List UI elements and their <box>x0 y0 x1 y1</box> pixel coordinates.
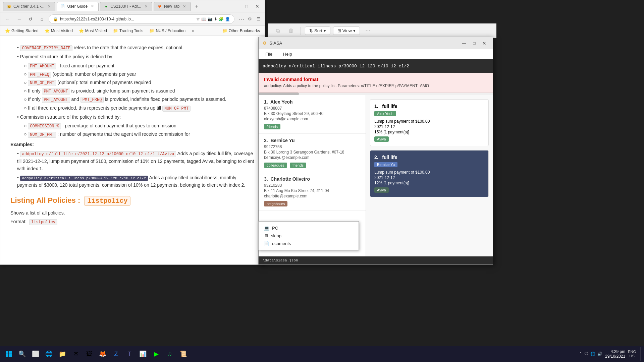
nus-icon: 📁 <box>149 28 154 33</box>
policy-2-index: 2. <box>374 155 381 160</box>
file-explorer-panel: 💻 PC 🖥 sktop 📄 ocuments <box>258 221 359 250</box>
terminal-taskbar-icon[interactable]: ▶ <box>150 348 162 360</box>
mail-taskbar-icon[interactable]: ✉ <box>70 348 82 360</box>
bookmark-nus[interactable]: 📁 NUS / Education <box>147 28 187 34</box>
menu-help[interactable]: Help <box>280 50 295 58</box>
sort-button[interactable]: ⇅ Sort ▾ <box>305 26 330 35</box>
tab-cs2103[interactable]: ● CS2103/T - Adr... ✕ <box>100 2 152 11</box>
tab-newtab-close[interactable]: ✕ <box>182 4 187 9</box>
toolbar-more-icon[interactable]: ⋯ <box>363 25 373 36</box>
examples-label: Examples: <box>10 141 255 148</box>
tab-newtab[interactable]: 🦊 New Tab ✕ <box>154 2 191 11</box>
show-desktop-button[interactable] <box>640 347 641 361</box>
other-bookmarks-icon: 📁 <box>222 28 227 33</box>
contact-bernice-yu[interactable]: 2. Bernice Yu 99272758 Blk 30 Lorong 3 S… <box>259 134 366 172</box>
contact-2-name: Bernice Yu <box>270 138 294 143</box>
tab-cs2103-close[interactable]: ✕ <box>143 4 149 9</box>
policy-2[interactable]: 2. full life Bernice Yu Lump sum payment… <box>370 150 489 197</box>
sync-icon[interactable]: ⬇ <box>214 17 217 21</box>
desktop-label: sktop <box>271 233 281 238</box>
screenshot-icon[interactable]: 📷 <box>208 17 213 21</box>
firefox-taskbar-icon[interactable]: 🦊 <box>97 348 109 360</box>
locale-region: US <box>628 354 636 358</box>
sub-bullet-if-only-1: ○ If only PMT_AMOUNT is provided, single… <box>24 87 255 95</box>
back-button[interactable]: ← <box>3 14 12 24</box>
files-taskbar-icon[interactable]: 📁 <box>56 348 68 360</box>
contact-3-email: charlotte@example.com <box>264 194 360 198</box>
new-tab-button[interactable]: + <box>192 2 202 11</box>
contact-1-tag-friends: friends <box>264 124 280 129</box>
bookmark-most-visited-1[interactable]: ⭐ Most Visited <box>43 28 75 34</box>
siasa-close-button[interactable]: ✕ <box>480 40 489 47</box>
reader-icon[interactable]: 📖 <box>201 17 206 21</box>
bullet-commission: • Commission structure of the policy is … <box>17 113 255 121</box>
chevron-up-icon[interactable]: ⌃ <box>579 352 582 356</box>
taskbar-right: ⌃ 🛡 🌐 🔊 4:29 pm 29/10/2021 ENG US <box>579 347 641 361</box>
contact-charlotte[interactable]: 3. Charlotte Oliveiro 93210283 Blk 11 An… <box>259 172 366 211</box>
policy-1[interactable]: 1. full life Alex Yeoh Lump sum payment … <box>370 99 489 146</box>
view-button[interactable]: ⊞ View ▾ <box>333 26 360 35</box>
file-item-desktop[interactable]: 🖥 sktop <box>259 232 359 240</box>
app9-taskbar-icon[interactable]: 📊 <box>137 348 149 360</box>
locale-text: ENG <box>628 350 636 354</box>
bookmark-star-icon[interactable]: ☆ <box>196 17 200 21</box>
refresh-button[interactable]: ↺ <box>26 14 35 24</box>
scrollbar-thumb[interactable] <box>259 93 299 95</box>
toolbar-delete-icon: 🗑 <box>286 25 297 36</box>
bookmark-other[interactable]: 📁 Other Bookmarks <box>220 28 262 34</box>
policies-panel: 1. full life Alex Yeoh Lump sum payment … <box>366 95 493 256</box>
bookmark-trading-tools[interactable]: 📁 Trading Tools <box>111 28 145 34</box>
network-icon[interactable]: 🌐 <box>590 352 595 356</box>
hamburger-icon[interactable]: ☰ <box>255 16 262 22</box>
close-browser-button[interactable]: ✕ <box>253 2 262 11</box>
tab-catcher[interactable]: 🐱 CATcher 3.4.1 -... ✕ <box>3 2 55 11</box>
address-bar[interactable]: 🔒 https://ay2122s1-cs2103-f10-4.github.i… <box>49 14 234 24</box>
taskbar: 🔍 ⬜ 🌐 📁 ✉ 🖼 🦊 Z T 📊 ▶ ♫ 📜 ⌃ 🛡 🌐 🔊 4:29 p… <box>0 346 644 362</box>
taskbar-left: 🔍 ⬜ 🌐 📁 ✉ 🖼 🦊 Z T 📊 ▶ ♫ 📜 <box>3 348 189 360</box>
text-if-only-1: is provided, single lump sum payment is … <box>71 88 175 94</box>
extensions-toolbar-icon[interactable]: ⚙ <box>247 16 253 22</box>
policy-1-tag: Aviva <box>374 136 389 142</box>
minimize-button[interactable]: — <box>231 2 240 11</box>
forward-button[interactable]: → <box>14 14 24 24</box>
search-taskbar-button[interactable]: 🔍 <box>16 348 28 360</box>
sort-chevron-icon: ▾ <box>324 28 326 33</box>
audio-icon[interactable]: 🔊 <box>597 352 602 356</box>
file-item-pc[interactable]: 💻 PC <box>259 224 359 232</box>
home-button[interactable]: ⌂ <box>37 14 47 24</box>
maximize-button[interactable]: □ <box>242 2 251 11</box>
pc-icon: 💻 <box>264 226 269 231</box>
contact-1-email: alexyeoh@example.com <box>264 117 360 121</box>
more-options-icon[interactable]: ⋯ <box>238 16 245 22</box>
taskbar-clock[interactable]: 4:29 pm 29/10/2021 <box>605 349 625 359</box>
bookmark-getting-started[interactable]: ⭐ Getting Started <box>3 28 41 34</box>
horizontal-scrollbar[interactable] <box>259 93 493 95</box>
policy-2-detail3: 12% [1 payment(s)] <box>374 181 484 185</box>
contact-alex-yeoh[interactable]: 1. Alex Yeoh 87438807 Blk 30 Geylang Str… <box>259 95 366 134</box>
listing-desc: Shows a list of all policies. <box>10 209 255 217</box>
teams-taskbar-icon[interactable]: T <box>123 348 136 360</box>
extensions-icon[interactable]: 🧩 <box>219 17 224 21</box>
script-taskbar-icon[interactable]: 📜 <box>177 348 189 360</box>
bookmark-most-visited-2[interactable]: ⭐ Most Visited <box>77 28 109 34</box>
photos-taskbar-icon[interactable]: 🖼 <box>83 348 95 360</box>
ff-account-icon[interactable]: 👤 <box>225 17 230 21</box>
text-coverage-expiry: refers to the date that the coverage exp… <box>74 45 184 50</box>
zoom-taskbar-icon[interactable]: Z <box>110 348 122 360</box>
siasa-maximize-button[interactable]: □ <box>470 40 479 47</box>
tab-userguide-close[interactable]: ✕ <box>90 4 95 9</box>
siasa-command-bar <box>259 59 493 73</box>
listing-heading-text: Listing All Policies : <box>10 196 80 204</box>
tab-catcher-close[interactable]: ✕ <box>46 4 52 9</box>
task-view-button[interactable]: ⬜ <box>30 348 42 360</box>
siasa-minimize-button[interactable]: — <box>460 40 469 47</box>
menu-file[interactable]: File <box>263 50 275 58</box>
file-item-documents[interactable]: 📄 ocuments <box>259 240 359 247</box>
command-input[interactable] <box>263 64 489 69</box>
bookmarks-overflow[interactable]: » <box>190 27 196 34</box>
edge-taskbar-icon[interactable]: 🌐 <box>43 348 55 360</box>
tab-userguide[interactable]: 📄 User Guide ✕ <box>57 2 99 11</box>
music-taskbar-icon[interactable]: ♫ <box>164 348 176 360</box>
taskbar-time-text: 4:29 pm <box>605 349 625 354</box>
start-button[interactable] <box>3 348 15 360</box>
